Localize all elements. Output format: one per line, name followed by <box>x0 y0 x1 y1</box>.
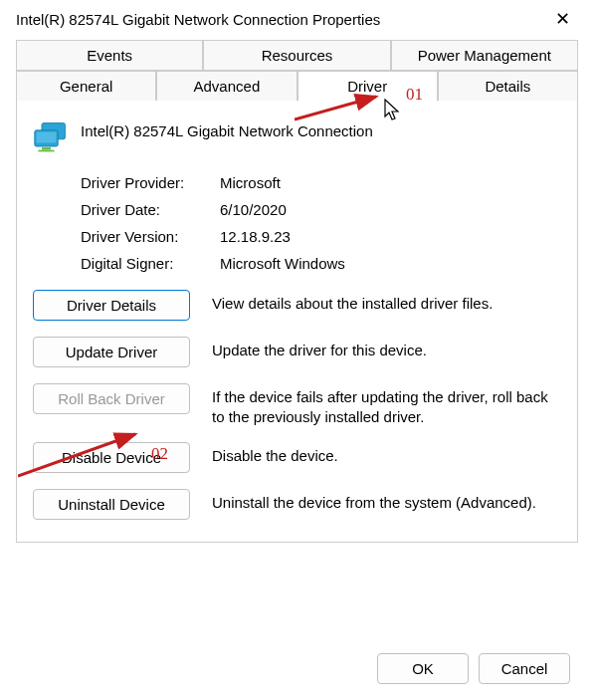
driver-version-label: Driver Version: <box>81 228 220 245</box>
roll-back-driver-desc: If the device fails after updating the d… <box>212 383 561 426</box>
tab-details[interactable]: Details <box>438 71 578 101</box>
update-driver-desc: Update the driver for this device. <box>212 337 561 360</box>
disable-device-desc: Disable the device. <box>212 442 561 466</box>
tab-general[interactable]: General <box>16 71 156 101</box>
uninstall-device-button[interactable]: Uninstall Device <box>33 489 190 520</box>
driver-provider-value: Microsoft <box>220 174 281 191</box>
tab-panel-driver: Intel(R) 82574L Gigabit Network Connecti… <box>16 101 578 543</box>
ok-button[interactable]: OK <box>377 653 469 684</box>
tab-power-management[interactable]: Power Management <box>391 40 578 70</box>
svg-rect-4 <box>38 150 54 152</box>
driver-details-button[interactable]: Driver Details <box>33 290 190 321</box>
svg-rect-2 <box>37 132 57 143</box>
device-name: Intel(R) 82574L Gigabit Network Connecti… <box>81 120 373 139</box>
digital-signer-value: Microsoft Windows <box>220 255 345 272</box>
driver-info: Driver Provider: Microsoft Driver Date: … <box>81 174 561 272</box>
driver-details-desc: View details about the installed driver … <box>212 290 561 314</box>
tab-events[interactable]: Events <box>16 40 203 70</box>
digital-signer-label: Digital Signer: <box>81 255 220 272</box>
tab-resources[interactable]: Resources <box>203 40 390 70</box>
update-driver-button[interactable]: Update Driver <box>33 337 190 367</box>
tab-advanced[interactable]: Advanced <box>156 71 297 101</box>
uninstall-device-desc: Uninstall the device from the system (Ad… <box>212 489 561 513</box>
tab-driver[interactable]: Driver <box>297 71 438 102</box>
driver-version-value: 12.18.9.23 <box>220 228 291 245</box>
svg-rect-3 <box>42 147 51 150</box>
driver-date-value: 6/10/2020 <box>220 201 287 218</box>
driver-date-label: Driver Date: <box>81 201 220 218</box>
disable-device-button[interactable]: Disable Device <box>33 442 190 473</box>
network-adapter-icon <box>33 122 69 152</box>
close-icon[interactable]: ✕ <box>547 10 578 28</box>
roll-back-driver-button: Roll Back Driver <box>33 383 190 414</box>
driver-provider-label: Driver Provider: <box>81 174 220 191</box>
window-title: Intel(R) 82574L Gigabit Network Connecti… <box>16 11 380 28</box>
cancel-button[interactable]: Cancel <box>479 653 570 684</box>
tabs-container: Events Resources Power Management Genera… <box>16 40 578 543</box>
